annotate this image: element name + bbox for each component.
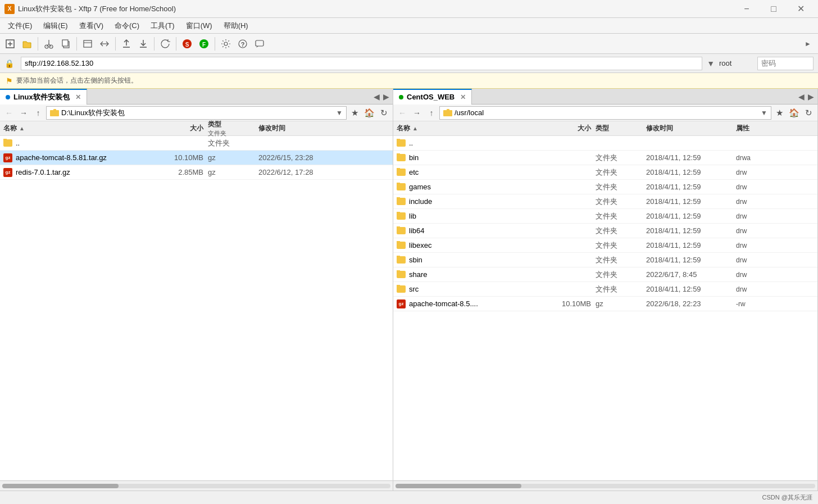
username-label: root: [719, 59, 753, 67]
right-scrollbar[interactable]: [393, 480, 817, 491]
menu-view[interactable]: 查看(V): [74, 19, 109, 33]
tb-chat[interactable]: [252, 36, 267, 52]
right-path-bar: ▼: [439, 106, 771, 120]
tb-copy[interactable]: [58, 36, 74, 52]
left-path-input[interactable]: [61, 108, 336, 117]
right-file-row-lib64[interactable]: lib64 文件夹 2018/4/11, 12:59 drw: [393, 224, 817, 238]
left-home-btn[interactable]: 🏠: [362, 106, 376, 120]
menu-tools[interactable]: 工具(T): [145, 19, 180, 33]
right-scrollbar-thumb: [396, 484, 521, 488]
left-file-row-tomcat[interactable]: gz apache-tomcat-8.5.81.tar.gz 10.10MB g…: [0, 151, 393, 165]
folder-icon: [397, 242, 406, 249]
right-path-input[interactable]: [455, 108, 761, 117]
left-col-size-header[interactable]: 大小: [157, 124, 208, 133]
folder-icon: [397, 183, 406, 190]
info-icon: ⚑: [6, 76, 13, 85]
right-path-dropdown[interactable]: ▼: [761, 109, 767, 117]
menu-edit[interactable]: 编辑(E): [38, 19, 73, 33]
right-refresh-btn[interactable]: ↻: [802, 106, 815, 120]
tb-green-circle[interactable]: F: [196, 36, 212, 52]
right-file-row-libexec[interactable]: libexec 文件夹 2018/4/11, 12:59 drw: [393, 238, 817, 253]
svg-rect-22: [256, 40, 263, 46]
left-panel: Linux软件安装包 ✕ ◀ ▶ ← → ↑ ▼ ★ 🏠: [0, 89, 393, 491]
folder-icon: [397, 212, 406, 220]
left-up-button[interactable]: ↑: [31, 106, 45, 120]
menu-help[interactable]: 帮助(H): [218, 19, 254, 33]
right-tab-dot: [399, 95, 403, 99]
info-bar: ⚑ 要添加当前会话，点击左侧的箭头按钮。: [0, 73, 818, 89]
menu-command[interactable]: 命令(C): [109, 19, 145, 33]
right-tab-active[interactable]: CentOS_WEB ✕: [393, 89, 472, 105]
url-input[interactable]: [21, 57, 702, 70]
right-tab-close[interactable]: ✕: [460, 93, 466, 101]
right-file-row-src[interactable]: src 文件夹 2018/4/11, 12:59 drw: [393, 282, 817, 297]
left-col-name-header[interactable]: 名称 ▲: [0, 124, 157, 133]
right-col-name-header[interactable]: 名称 ▲: [393, 124, 539, 133]
right-file-row-parent[interactable]: ..: [393, 136, 817, 151]
maximize-button[interactable]: □: [761, 0, 787, 18]
tb-download[interactable]: [135, 36, 151, 52]
right-file-row-etc[interactable]: etc 文件夹 2018/4/11, 12:59 drw: [393, 165, 817, 180]
right-bookmark-btn[interactable]: ★: [772, 106, 786, 120]
right-file-row-tomcat[interactable]: gz apache-tomcat-8.5.... 10.10MB gz 2022…: [393, 297, 817, 311]
left-path-dropdown[interactable]: ▼: [336, 109, 343, 117]
right-col-size-header[interactable]: 大小: [539, 124, 596, 133]
left-tab-next[interactable]: ▶: [382, 91, 390, 102]
info-message: 要添加当前会话，点击左侧的箭头按钮。: [16, 76, 138, 85]
tb-cut[interactable]: [41, 36, 57, 52]
svg-text:S: S: [185, 42, 189, 48]
right-file-row-share[interactable]: share 文件夹 2022/6/17, 8:45 drw: [393, 267, 817, 282]
tb-sync[interactable]: [157, 36, 173, 52]
tb-overflow[interactable]: ►: [800, 36, 816, 52]
url-dropdown-arrow[interactable]: ▼: [707, 59, 715, 68]
right-file-row-lib[interactable]: lib 文件夹 2018/4/11, 12:59 drw: [393, 209, 817, 224]
right-col-mtime-header[interactable]: 修改时间: [646, 124, 736, 133]
status-bar: CSDN @其乐无涯: [0, 491, 818, 504]
right-tab-label: CentOS_WEB: [407, 93, 455, 101]
tb-open-folder[interactable]: [19, 36, 35, 52]
tb-new-session[interactable]: [2, 36, 18, 52]
left-scrollbar[interactable]: [0, 480, 393, 491]
right-back-button[interactable]: ←: [396, 106, 409, 120]
left-file-row-parent[interactable]: .. 文件夹: [0, 136, 393, 151]
right-file-row-bin[interactable]: bin 文件夹 2018/4/11, 12:59 drwa: [393, 151, 817, 165]
left-bookmark-btn[interactable]: ★: [348, 106, 361, 120]
password-input[interactable]: [757, 57, 814, 70]
tb-transfer[interactable]: [97, 36, 112, 52]
left-col-mtime-header[interactable]: 修改时间: [258, 124, 348, 133]
right-col-type-header[interactable]: 类型: [596, 124, 646, 133]
folder-icon: [397, 271, 406, 278]
tb-red-circle[interactable]: S: [179, 36, 195, 52]
right-tab-prev[interactable]: ◀: [797, 91, 806, 102]
right-file-row-include[interactable]: include 文件夹 2018/4/11, 12:59 drw: [393, 194, 817, 209]
left-refresh-btn[interactable]: ↻: [377, 106, 390, 120]
left-file-row-redis[interactable]: gz redis-7.0.1.tar.gz 2.85MB gz 2022/6/1…: [0, 165, 393, 180]
right-forward-button[interactable]: →: [410, 106, 424, 120]
status-right: CSDN @其乐无涯: [762, 493, 812, 502]
tb-settings[interactable]: [218, 36, 234, 52]
name-sort-arrow: ▲: [19, 125, 25, 131]
menu-file[interactable]: 文件(E): [2, 19, 38, 33]
right-col-attr-header[interactable]: 属性: [736, 124, 817, 133]
left-back-button[interactable]: ←: [2, 106, 16, 120]
left-tab-close[interactable]: ✕: [75, 93, 81, 101]
tb-properties[interactable]: [80, 36, 96, 52]
left-path-bar: ▼: [46, 106, 347, 120]
left-nav-bar: ← → ↑ ▼ ★ 🏠 ↻: [0, 105, 393, 121]
left-tab-prev[interactable]: ◀: [372, 91, 381, 102]
toolbar-separator-1: [38, 37, 38, 51]
right-home-btn[interactable]: 🏠: [787, 106, 801, 120]
right-file-row-games[interactable]: games 文件夹 2018/4/11, 12:59 drw: [393, 180, 817, 194]
left-forward-button[interactable]: →: [17, 106, 30, 120]
menu-window[interactable]: 窗口(W): [180, 19, 218, 33]
right-tab-next[interactable]: ▶: [807, 91, 815, 102]
tb-help[interactable]: ?: [235, 36, 251, 52]
folder-icon: [3, 139, 12, 147]
right-file-row-sbin[interactable]: sbin 文件夹 2018/4/11, 12:59 drw: [393, 253, 817, 267]
left-tab-active[interactable]: Linux软件安装包 ✕: [0, 89, 87, 105]
close-button[interactable]: ✕: [788, 0, 814, 18]
right-up-button[interactable]: ↑: [425, 106, 438, 120]
right-tab-nav: ◀ ▶: [797, 91, 817, 102]
tb-upload[interactable]: [119, 36, 134, 52]
minimize-button[interactable]: −: [734, 0, 760, 18]
